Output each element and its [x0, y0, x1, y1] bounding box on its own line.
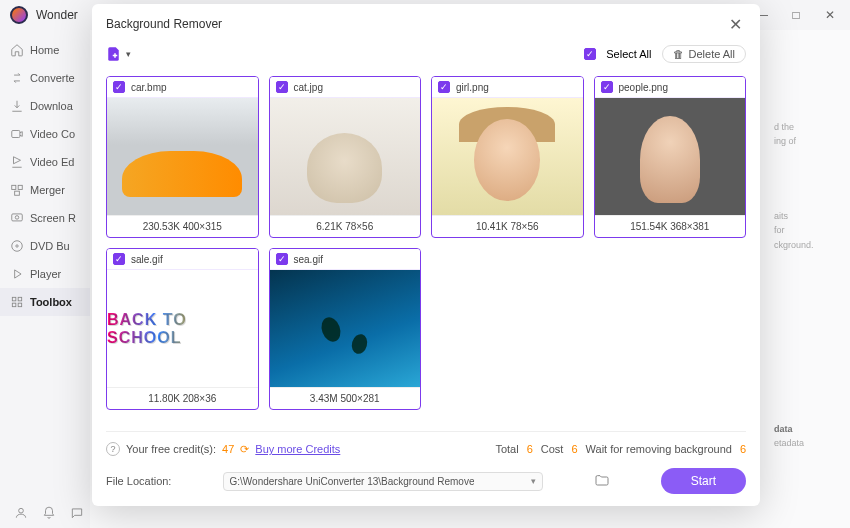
file-thumbnail: [107, 98, 258, 215]
sidebar-item-label: DVD Bu: [30, 240, 70, 252]
file-info: 151.54K 368×381: [595, 215, 746, 237]
add-files-button[interactable]: ▾: [106, 45, 131, 63]
file-info: 6.21K 78×56: [270, 215, 421, 237]
sidebar-item-label: Video Co: [30, 128, 75, 140]
videoc-icon: [10, 127, 24, 141]
sidebar-item-label: Converte: [30, 72, 75, 84]
file-thumbnail: [432, 98, 583, 215]
sidebar-item-convert[interactable]: Converte: [0, 64, 90, 92]
file-checkbox[interactable]: ✓: [113, 253, 125, 265]
sale-banner-text: BACK TO SCHOOL: [107, 311, 258, 347]
bell-icon[interactable]: [42, 506, 56, 524]
wait-value: 6: [740, 443, 746, 455]
file-name: girl.png: [456, 82, 489, 93]
file-checkbox[interactable]: ✓: [276, 253, 288, 265]
user-icon[interactable]: [14, 506, 28, 524]
svg-rect-2: [18, 185, 22, 189]
svg-rect-1: [12, 185, 16, 189]
svg-point-5: [15, 216, 19, 220]
file-checkbox[interactable]: ✓: [276, 81, 288, 93]
start-button[interactable]: Start: [661, 468, 746, 494]
delete-all-button[interactable]: 🗑 Delete All: [662, 45, 746, 63]
sidebar: HomeConverteDownloaVideo CoVideo EdMerge…: [0, 30, 90, 528]
file-info: 3.43M 500×281: [270, 387, 421, 409]
home-icon: [10, 43, 24, 57]
app-logo-icon: [10, 6, 28, 24]
chevron-down-icon: ▾: [531, 476, 536, 486]
svg-marker-8: [15, 270, 21, 278]
sidebar-item-videoc[interactable]: Video Co: [0, 120, 90, 148]
file-checkbox[interactable]: ✓: [601, 81, 613, 93]
sidebar-item-label: Home: [30, 44, 59, 56]
svg-rect-12: [18, 303, 22, 307]
credits-count: 47: [222, 443, 234, 455]
file-thumbnail: BACK TO SCHOOL: [107, 270, 258, 387]
file-name: car.bmp: [131, 82, 167, 93]
total-value: 6: [527, 443, 533, 455]
file-thumbnail: [270, 270, 421, 387]
player-icon: [10, 267, 24, 281]
total-label: Total: [495, 443, 518, 455]
svg-point-6: [12, 241, 23, 252]
credits-label: Your free credit(s):: [126, 443, 216, 455]
file-thumbnail: [270, 98, 421, 215]
svg-point-13: [19, 508, 24, 513]
file-location-label: File Location:: [106, 475, 171, 487]
sidebar-item-label: Toolbox: [30, 296, 72, 308]
sidebar-item-player[interactable]: Player: [0, 260, 90, 288]
refresh-icon[interactable]: ⟳: [240, 443, 249, 456]
help-icon[interactable]: ?: [106, 442, 120, 456]
trash-icon: 🗑: [673, 48, 684, 60]
sidebar-item-merger[interactable]: Merger: [0, 176, 90, 204]
sidebar-item-toolbox[interactable]: Toolbox: [0, 288, 90, 316]
close-icon[interactable]: ✕: [725, 15, 746, 34]
toolbox-icon: [10, 295, 24, 309]
sidebar-item-label: Video Ed: [30, 156, 74, 168]
file-checkbox[interactable]: ✓: [438, 81, 450, 93]
background-remover-modal: Background Remover ✕ ▾ ✓ Select All 🗑 De…: [92, 4, 760, 506]
maximize-button[interactable]: □: [786, 8, 806, 22]
app-title: Wonder: [36, 8, 78, 22]
svg-point-7: [16, 245, 18, 247]
svg-rect-10: [18, 297, 22, 301]
sidebar-item-home[interactable]: Home: [0, 36, 90, 64]
svg-rect-4: [12, 214, 23, 221]
file-card[interactable]: ✓ sea.gif 3.43M 500×281: [269, 248, 422, 410]
videoe-icon: [10, 155, 24, 169]
sidebar-item-label: Merger: [30, 184, 65, 196]
sidebar-item-label: Downloa: [30, 100, 73, 112]
select-all-checkbox[interactable]: ✓: [584, 48, 596, 60]
file-checkbox[interactable]: ✓: [113, 81, 125, 93]
folder-icon[interactable]: [594, 473, 610, 489]
svg-rect-3: [15, 191, 20, 195]
file-info: 11.80K 208×36: [107, 387, 258, 409]
file-card[interactable]: ✓ sale.gif BACK TO SCHOOL 11.80K 208×36: [106, 248, 259, 410]
file-card[interactable]: ✓ car.bmp 230.53K 400×315: [106, 76, 259, 238]
svg-rect-11: [12, 303, 16, 307]
svg-rect-0: [12, 131, 20, 138]
sidebar-item-dvd[interactable]: DVD Bu: [0, 232, 90, 260]
file-location-value: G:\Wondershare UniConverter 13\Backgroun…: [230, 476, 475, 487]
modal-title: Background Remover: [106, 17, 222, 31]
buy-credits-link[interactable]: Buy more Credits: [255, 443, 340, 455]
file-card[interactable]: ✓ girl.png 10.41K 78×56: [431, 76, 584, 238]
close-button[interactable]: ✕: [820, 8, 840, 22]
merger-icon: [10, 183, 24, 197]
file-name: sale.gif: [131, 254, 163, 265]
background-text: d the ing of aits for ckground. data eta…: [774, 120, 844, 451]
file-name: people.png: [619, 82, 669, 93]
cost-label: Cost: [541, 443, 564, 455]
sidebar-item-videoe[interactable]: Video Ed: [0, 148, 90, 176]
file-thumbnail: [595, 98, 746, 215]
file-name: sea.gif: [294, 254, 323, 265]
file-name: cat.jpg: [294, 82, 323, 93]
file-card[interactable]: ✓ people.png 151.54K 368×381: [594, 76, 747, 238]
convert-icon: [10, 71, 24, 85]
file-card[interactable]: ✓ cat.jpg 6.21K 78×56: [269, 76, 422, 238]
message-icon[interactable]: [70, 506, 84, 524]
wait-label: Wait for removing background: [586, 443, 732, 455]
sidebar-item-download[interactable]: Downloa: [0, 92, 90, 120]
file-location-select[interactable]: G:\Wondershare UniConverter 13\Backgroun…: [223, 472, 543, 491]
screen-icon: [10, 211, 24, 225]
sidebar-item-screen[interactable]: Screen R: [0, 204, 90, 232]
